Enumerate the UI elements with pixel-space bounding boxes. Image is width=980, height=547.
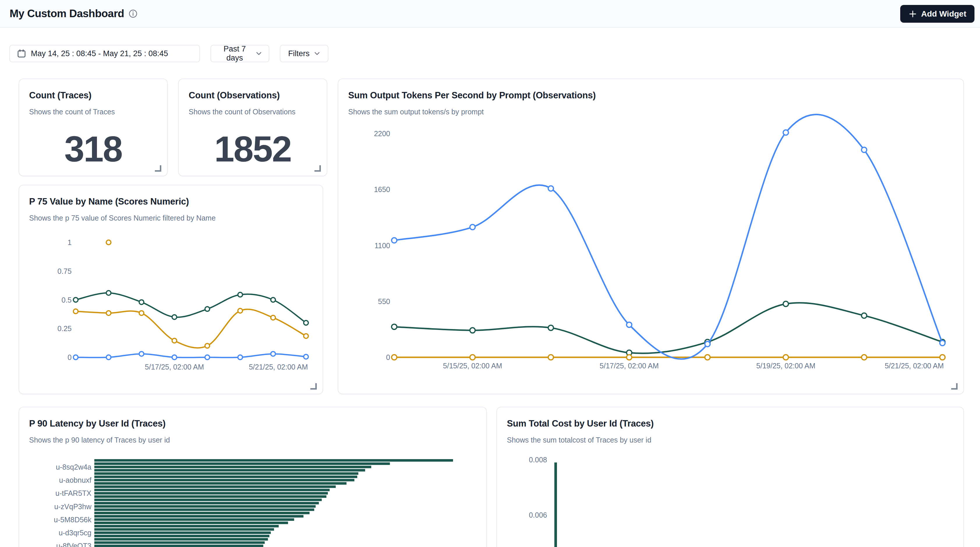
- svg-text:0: 0: [68, 353, 72, 361]
- resize-handle-icon[interactable]: [310, 383, 317, 390]
- date-range-picker[interactable]: May 14, 25 : 08:45 - May 21, 25 : 08:45: [9, 45, 200, 62]
- svg-text:5/17/25, 02:00 AM: 5/17/25, 02:00 AM: [600, 361, 659, 370]
- svg-text:0.25: 0.25: [57, 324, 72, 333]
- widget-subtitle: Shows the count of Traces: [29, 108, 115, 116]
- svg-text:u-d3qr5cg: u-d3qr5cg: [59, 529, 91, 537]
- dashboard-page: My Custom Dashboard Add Widget: [0, 0, 980, 547]
- widget-subtitle: Shows the count of Observations: [189, 108, 296, 116]
- date-range-value: May 14, 25 : 08:45 - May 21, 25 : 08:45: [31, 49, 168, 58]
- svg-text:u-8sq2w4a: u-8sq2w4a: [56, 463, 91, 471]
- widget-title: Sum Output Tokens Per Second by Prompt (…: [348, 90, 596, 101]
- widget-p90-latency: P 90 Latency by User Id (Traces) Shows t…: [19, 407, 487, 547]
- svg-text:u-tFAR5TX: u-tFAR5TX: [55, 489, 91, 497]
- widget-subtitle: Shows the sum totalcost of Traces by use…: [507, 436, 651, 444]
- filter-bar: May 14, 25 : 08:45 - May 21, 25 : 08:45 …: [9, 45, 328, 62]
- add-widget-button[interactable]: Add Widget: [900, 5, 974, 23]
- svg-text:1: 1: [68, 238, 72, 246]
- plus-icon: [908, 10, 917, 18]
- widget-tokens-per-second: Sum Output Tokens Per Second by Prompt (…: [338, 79, 964, 394]
- filters-label: Filters: [288, 49, 310, 58]
- svg-text:u-5M8D56k: u-5M8D56k: [54, 515, 92, 524]
- widget-subtitle: Shows the p 90 latency of Traces by user…: [29, 436, 170, 444]
- info-icon[interactable]: [129, 9, 137, 18]
- widget-title: P 75 Value by Name (Scores Numeric): [29, 197, 189, 207]
- widget-title: Count (Traces): [29, 90, 91, 101]
- widget-p75-value: P 75 Value by Name (Scores Numeric) Show…: [19, 185, 323, 394]
- calendar-icon: [17, 49, 26, 58]
- time-preset-value: Past 7 days: [218, 44, 251, 63]
- chevron-down-icon: [256, 51, 262, 55]
- widget-count-traces: Count (Traces) Shows the count of Traces…: [19, 79, 168, 176]
- svg-text:5/21/25, 02:00 AM: 5/21/25, 02:00 AM: [885, 361, 944, 370]
- add-widget-label: Add Widget: [921, 9, 966, 19]
- count-traces-value: 318: [19, 123, 167, 175]
- widget-subtitle: Shows the p 75 value of Scores Numeric f…: [29, 214, 216, 222]
- widget-total-cost: Sum Total Cost by User Id (Traces) Shows…: [496, 407, 964, 547]
- svg-text:1100: 1100: [374, 241, 390, 250]
- svg-text:u-zVqP3hw: u-zVqP3hw: [54, 503, 92, 511]
- svg-text:550: 550: [378, 297, 390, 306]
- svg-text:0.5: 0.5: [61, 296, 72, 304]
- svg-text:5/21/25, 02:00 AM: 5/21/25, 02:00 AM: [249, 363, 308, 371]
- page-title: My Custom Dashboard: [10, 8, 124, 20]
- widget-title: Sum Total Cost by User Id (Traces): [507, 419, 654, 429]
- count-observations-value: 1852: [179, 123, 327, 175]
- svg-text:0.006: 0.006: [529, 511, 547, 519]
- svg-text:5/17/25, 02:00 AM: 5/17/25, 02:00 AM: [145, 363, 204, 371]
- svg-text:5/19/25, 02:00 AM: 5/19/25, 02:00 AM: [756, 361, 816, 370]
- svg-text:2200: 2200: [374, 130, 390, 138]
- svg-text:1650: 1650: [374, 186, 390, 193]
- resize-handle-icon[interactable]: [315, 165, 321, 172]
- chevron-down-icon: [314, 51, 320, 55]
- time-preset-dropdown[interactable]: Past 7 days: [210, 45, 269, 62]
- widget-count-observations: Count (Observations) Shows the count of …: [178, 79, 327, 176]
- widget-title: P 90 Latency by User Id (Traces): [29, 419, 165, 429]
- svg-text:u-aobnuxf: u-aobnuxf: [59, 476, 91, 484]
- svg-text:5/15/25, 02:00 AM: 5/15/25, 02:00 AM: [443, 361, 502, 370]
- resize-handle-icon[interactable]: [155, 165, 161, 172]
- svg-text:0.008: 0.008: [529, 456, 547, 464]
- resize-handle-icon[interactable]: [951, 383, 958, 390]
- widget-subtitle: Shows the sum output tokens/s by prompt: [348, 108, 484, 116]
- filters-dropdown[interactable]: Filters: [280, 45, 328, 62]
- page-header: My Custom Dashboard Add Widget: [0, 0, 980, 28]
- widget-title: Count (Observations): [189, 90, 280, 101]
- tokens-line-chart[interactable]: 05501100165022005/15/25, 02:00 AM5/17/25…: [338, 79, 964, 394]
- svg-text:0: 0: [386, 353, 390, 361]
- svg-text:u-8fVeQT3: u-8fVeQT3: [56, 542, 91, 547]
- svg-text:0.75: 0.75: [57, 267, 72, 275]
